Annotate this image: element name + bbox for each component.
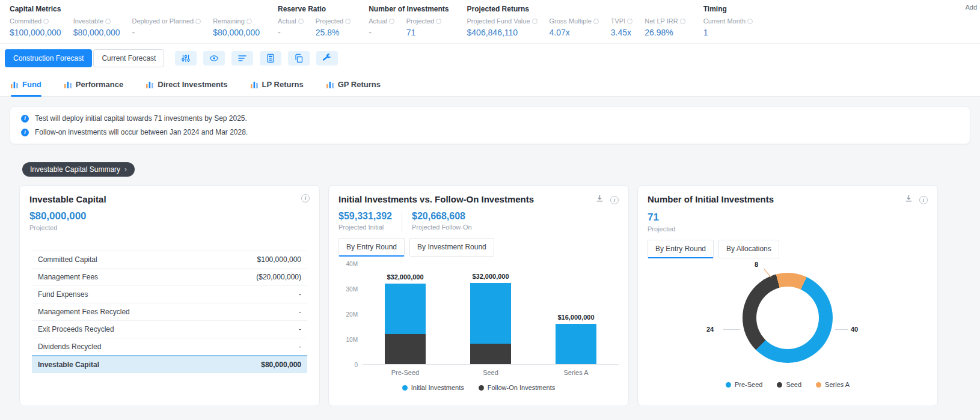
construction-forecast-button[interactable]: Construction Forecast	[5, 49, 92, 67]
metric-value: $100,000,000	[10, 28, 61, 37]
metric-committed: Committed$100,000,000	[10, 17, 61, 37]
sliders-icon[interactable]	[175, 51, 197, 65]
card-title: Investable Capital	[29, 194, 106, 204]
y-tick-label: 10M	[346, 336, 358, 343]
eye-icon-glyph	[209, 53, 219, 63]
notice-row: iFollow-on investments will occur betwee…	[21, 127, 959, 138]
donut-hole	[756, 287, 819, 349]
value-caption: Projected	[648, 225, 928, 233]
legend-item-seed[interactable]: Seed	[777, 381, 801, 388]
page-content: iTest will deploy initial capital toward…	[0, 97, 980, 416]
calculator-icon[interactable]	[260, 51, 281, 65]
card-title: Initial Investments vs. Follow-On Invest…	[338, 194, 534, 204]
info-icon[interactable]	[593, 19, 599, 24]
sliders-icon-glyph	[181, 53, 191, 63]
callout-line	[835, 329, 848, 330]
table-row-management-fees: Management Fees($20,000,000)	[32, 268, 307, 285]
metric-net-lp-irr: Net LP IRR26.98%	[645, 17, 685, 37]
legend-item-pre-seed[interactable]: Pre-Seed	[726, 381, 762, 388]
bar-column-series-a: $16,000,000Series A	[556, 314, 596, 364]
info-icon[interactable]	[532, 19, 537, 24]
metric-projected: Projected71	[406, 17, 441, 37]
metric-label: Projected	[406, 17, 441, 25]
copy-icon[interactable]	[288, 51, 310, 65]
bar-segment-followon[interactable]	[470, 344, 511, 364]
info-icon[interactable]	[298, 19, 304, 24]
projected-initial-stat: $59,331,392 Projected Initial	[338, 211, 402, 231]
metric-group-title: Timing	[703, 5, 753, 13]
legend-item-series-a[interactable]: Series A	[816, 381, 850, 388]
info-icon[interactable]: i	[301, 194, 310, 202]
metric-group-number-of-investments: Number of InvestmentsActual-Projected71	[369, 5, 449, 37]
legend-dot	[777, 382, 782, 388]
metric-value: 4.07x	[550, 28, 599, 37]
metric-actual: Actual-	[369, 17, 394, 37]
row-value: ($20,000,000)	[256, 273, 301, 281]
category-label: Pre-Seed	[391, 369, 419, 376]
metric-value: 26.98%	[645, 28, 685, 37]
donut-chart-legend: Pre-SeedSeedSeries A	[648, 381, 928, 388]
info-icon[interactable]	[680, 19, 685, 24]
info-icon[interactable]	[627, 19, 632, 24]
download-icon[interactable]	[904, 194, 913, 205]
info-icon[interactable]: i	[610, 196, 619, 204]
tab-direct-investments[interactable]: Direct Investments	[146, 73, 227, 96]
metric-remaining: Remaining$80,000,000	[213, 17, 260, 37]
info-icon[interactable]: i	[919, 196, 928, 204]
list-icon[interactable]	[231, 51, 253, 65]
bar-segment-initial[interactable]	[556, 324, 596, 364]
info-icon[interactable]	[43, 19, 49, 24]
metric-value: -	[278, 28, 304, 37]
info-icon[interactable]	[436, 19, 441, 24]
info-icon[interactable]	[345, 19, 351, 24]
tab-gp-returns[interactable]: GP Returns	[326, 73, 381, 96]
info-icon[interactable]	[389, 19, 394, 24]
legend-item-follow-on-investments[interactable]: Follow-On Investments	[479, 384, 555, 391]
list-icon-glyph	[237, 53, 247, 63]
eye-icon[interactable]	[203, 51, 225, 65]
subtab-by-entry-round[interactable]: By Entry Round	[338, 238, 405, 257]
bar-chart-icon	[146, 81, 153, 88]
info-icon[interactable]	[105, 19, 111, 24]
metric-value: $406,846,110	[467, 28, 537, 37]
tab-label: GP Returns	[338, 80, 381, 89]
bar-segment-followon[interactable]	[385, 334, 426, 364]
section-pill-investable-capital-summary[interactable]: Investable Capital Summary ›	[22, 162, 135, 177]
bar-segment-initial[interactable]	[470, 283, 511, 344]
subtab-by-investment-round[interactable]: By Investment Round	[409, 238, 494, 257]
info-icon[interactable]	[195, 19, 201, 24]
subtab-by-allocations[interactable]: By Allocations	[718, 240, 779, 258]
bar-chart-icon	[251, 81, 258, 88]
investable-capital-table: Committed Capital$100,000,000Management …	[29, 251, 310, 373]
bar-chart-legend: Initial InvestmentsFollow-On Investments	[338, 384, 619, 391]
add-link[interactable]: Add	[965, 4, 977, 11]
tab-label: Performance	[76, 80, 123, 89]
metric-value: 3.45x	[611, 28, 632, 37]
bar-segment-initial[interactable]	[385, 284, 426, 334]
download-icon[interactable]	[595, 194, 604, 205]
info-icon[interactable]	[747, 19, 753, 24]
row-label: Management Fees Recycled	[38, 308, 130, 316]
metric-label: Actual	[369, 17, 394, 25]
legend-dot	[726, 382, 731, 388]
metric-label: Investable	[73, 17, 120, 25]
table-row-committed-capital: Committed Capital$100,000,000	[32, 251, 307, 268]
legend-dot	[402, 385, 408, 391]
stat-value: $20,668,608	[412, 211, 472, 222]
value-caption: Projected	[29, 224, 310, 231]
current-forecast-button[interactable]: Current Forecast	[93, 49, 164, 67]
subtab-by-entry-round[interactable]: By Entry Round	[648, 240, 714, 258]
metric-group-title: Projected Returns	[467, 5, 685, 13]
metric-label: Remaining	[213, 17, 260, 25]
initial-investments-count: 71	[648, 212, 928, 224]
info-icon[interactable]	[247, 19, 252, 24]
stacked-bar-chart: 010M20M30M40M $32,000,000Pre-Seed$32,000…	[338, 264, 619, 365]
tab-lp-returns[interactable]: LP Returns	[251, 73, 304, 96]
donut-callout-pre-seed: 40	[851, 326, 858, 333]
tab-performance[interactable]: Performance	[64, 73, 123, 96]
metric-group-title: Capital Metrics	[10, 5, 260, 13]
tab-fund[interactable]: Fund	[11, 73, 41, 96]
wrench-icon[interactable]	[316, 51, 338, 65]
legend-item-initial-investments[interactable]: Initial Investments	[402, 384, 464, 391]
table-row-investable-capital: Investable Capital$80,000,000	[32, 355, 307, 373]
